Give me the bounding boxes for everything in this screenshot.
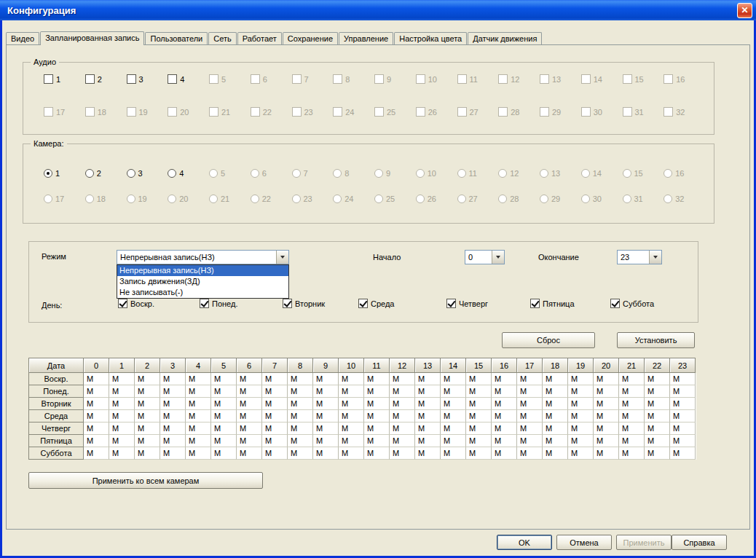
schedule-cell-5-14[interactable]: М <box>441 435 466 447</box>
schedule-cell-3-11[interactable]: М <box>364 410 390 423</box>
schedule-cell-0-4[interactable]: М <box>186 373 211 385</box>
schedule-hour-header-23[interactable]: 23 <box>670 358 696 373</box>
schedule-cell-2-1[interactable]: М <box>109 398 135 410</box>
schedule-cell-3-6[interactable]: М <box>237 410 262 423</box>
schedule-cell-5-16[interactable]: М <box>492 435 517 447</box>
schedule-cell-2-19[interactable]: М <box>568 398 594 410</box>
schedule-hour-header-8[interactable]: 8 <box>288 358 313 373</box>
tab-8[interactable]: Датчик движения <box>468 32 542 44</box>
schedule-cell-2-22[interactable]: М <box>645 398 670 410</box>
schedule-cell-5-0[interactable]: М <box>84 435 109 447</box>
schedule-cell-5-22[interactable]: М <box>645 435 670 447</box>
schedule-cell-4-17[interactable]: М <box>517 423 543 435</box>
schedule-cell-2-5[interactable]: М <box>211 398 237 410</box>
mode-option-0[interactable]: Непрерывная запись(НЗ) <box>117 265 288 276</box>
schedule-cell-2-4[interactable]: М <box>186 398 211 410</box>
schedule-cell-1-10[interactable]: М <box>339 385 364 398</box>
schedule-hour-header-22[interactable]: 22 <box>645 358 670 373</box>
audio-checkbox-4[interactable] <box>168 74 177 84</box>
schedule-hour-header-18[interactable]: 18 <box>543 358 568 373</box>
schedule-cell-4-18[interactable]: М <box>543 423 568 435</box>
schedule-cell-4-3[interactable]: М <box>160 423 186 435</box>
schedule-cell-3-21[interactable]: М <box>619 410 645 423</box>
schedule-cell-1-8[interactable]: М <box>288 385 313 398</box>
schedule-cell-6-22[interactable]: М <box>645 447 670 460</box>
schedule-hour-header-2[interactable]: 2 <box>135 358 160 373</box>
mode-option-2[interactable]: Не записывать(-) <box>117 287 288 298</box>
audio-channel-2[interactable]: 2 <box>85 74 127 84</box>
schedule-cell-2-3[interactable]: М <box>160 398 186 410</box>
schedule-cell-6-6[interactable]: М <box>237 447 262 460</box>
schedule-cell-3-20[interactable]: М <box>594 410 619 423</box>
help-button[interactable]: Справка <box>672 535 727 550</box>
tab-1[interactable]: Запланированная запись <box>40 31 144 45</box>
schedule-cell-2-20[interactable]: М <box>594 398 619 410</box>
schedule-hour-header-13[interactable]: 13 <box>415 358 441 373</box>
schedule-cell-1-14[interactable]: М <box>441 385 466 398</box>
tab-4[interactable]: Работает <box>237 32 282 44</box>
schedule-cell-0-7[interactable]: М <box>262 373 288 385</box>
schedule-hour-header-21[interactable]: 21 <box>619 358 645 373</box>
schedule-hour-header-14[interactable]: 14 <box>441 358 466 373</box>
schedule-cell-4-5[interactable]: М <box>211 423 237 435</box>
schedule-cell-0-19[interactable]: М <box>568 373 594 385</box>
schedule-cell-6-20[interactable]: М <box>594 447 619 460</box>
end-dropdown-button[interactable] <box>649 251 661 264</box>
schedule-cell-0-1[interactable]: М <box>109 373 135 385</box>
schedule-cell-6-17[interactable]: М <box>517 447 543 460</box>
schedule-cell-0-13[interactable]: М <box>415 373 441 385</box>
schedule-cell-1-20[interactable]: М <box>594 385 619 398</box>
schedule-cell-4-2[interactable]: М <box>135 423 160 435</box>
schedule-cell-0-14[interactable]: М <box>441 373 466 385</box>
audio-channel-4[interactable]: 4 <box>168 74 209 84</box>
schedule-cell-5-19[interactable]: М <box>568 435 594 447</box>
schedule-cell-6-5[interactable]: М <box>211 447 237 460</box>
schedule-cell-4-21[interactable]: М <box>619 423 645 435</box>
camera-radio-1[interactable] <box>44 169 52 178</box>
camera-channel-3[interactable]: 3 <box>127 169 168 178</box>
schedule-row-label-6[interactable]: Суббота <box>28 447 84 460</box>
schedule-cell-1-21[interactable]: М <box>619 385 645 398</box>
schedule-hour-header-0[interactable]: 0 <box>84 358 109 373</box>
schedule-cell-2-14[interactable]: М <box>441 398 466 410</box>
audio-channel-1[interactable]: 1 <box>44 74 85 84</box>
schedule-cell-4-15[interactable]: М <box>466 423 492 435</box>
schedule-cell-6-21[interactable]: М <box>619 447 645 460</box>
schedule-cell-2-21[interactable]: М <box>619 398 645 410</box>
schedule-cell-3-15[interactable]: М <box>466 410 492 423</box>
schedule-cell-4-19[interactable]: М <box>568 423 594 435</box>
schedule-cell-1-23[interactable]: М <box>670 385 696 398</box>
camera-channel-1[interactable]: 1 <box>44 169 85 178</box>
schedule-hour-header-4[interactable]: 4 <box>186 358 211 373</box>
schedule-cell-4-23[interactable]: М <box>670 423 696 435</box>
schedule-cell-2-8[interactable]: М <box>288 398 313 410</box>
schedule-cell-5-2[interactable]: М <box>135 435 160 447</box>
schedule-cell-3-22[interactable]: М <box>645 410 670 423</box>
schedule-cell-3-17[interactable]: М <box>517 410 543 423</box>
schedule-cell-5-17[interactable]: М <box>517 435 543 447</box>
schedule-cell-0-3[interactable]: М <box>160 373 186 385</box>
schedule-cell-4-12[interactable]: М <box>390 423 415 435</box>
schedule-cell-5-9[interactable]: М <box>313 435 339 447</box>
schedule-cell-0-11[interactable]: М <box>364 373 390 385</box>
schedule-cell-0-10[interactable]: М <box>339 373 364 385</box>
schedule-cell-0-8[interactable]: М <box>288 373 313 385</box>
schedule-cell-3-1[interactable]: М <box>109 410 135 423</box>
schedule-hour-header-5[interactable]: 5 <box>211 358 237 373</box>
schedule-cell-6-15[interactable]: М <box>466 447 492 460</box>
schedule-cell-5-20[interactable]: М <box>594 435 619 447</box>
schedule-cell-1-11[interactable]: М <box>364 385 390 398</box>
schedule-row-label-5[interactable]: Пятница <box>28 435 84 447</box>
schedule-row-label-2[interactable]: Вторник <box>28 398 84 410</box>
schedule-cell-5-11[interactable]: М <box>364 435 390 447</box>
set-button[interactable]: Установить <box>617 332 695 348</box>
reset-button[interactable]: Сброс <box>502 332 595 348</box>
schedule-cell-1-13[interactable]: М <box>415 385 441 398</box>
schedule-cell-0-21[interactable]: М <box>619 373 645 385</box>
schedule-cell-0-0[interactable]: М <box>84 373 109 385</box>
day-checkbox-2[interactable] <box>283 299 292 308</box>
schedule-cell-6-7[interactable]: М <box>262 447 288 460</box>
schedule-cell-5-3[interactable]: М <box>160 435 186 447</box>
schedule-cell-3-23[interactable]: М <box>670 410 696 423</box>
schedule-hour-header-6[interactable]: 6 <box>237 358 262 373</box>
